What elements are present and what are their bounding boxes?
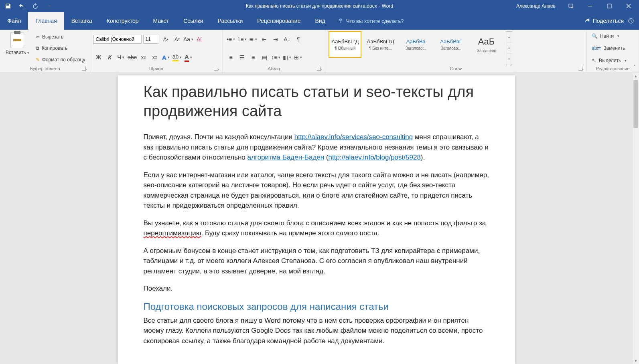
minimize-button[interactable]: [582, 0, 598, 12]
qat-customize-button[interactable]: [45, 2, 53, 10]
align-left-button[interactable]: ≡: [226, 53, 235, 62]
italic-button[interactable]: К: [105, 53, 114, 62]
tab-insert[interactable]: Вставка: [64, 12, 99, 30]
bold-button[interactable]: Ж: [93, 53, 103, 62]
heading-1: Как правильно писать статьи и seo-тексты…: [144, 83, 489, 121]
font-dialog-launcher[interactable]: [214, 67, 218, 71]
justify-button[interactable]: ▤: [260, 53, 269, 62]
grow-font-button[interactable]: A▴: [161, 34, 170, 44]
replace-button[interactable]: ab⇄Заменить: [590, 43, 635, 53]
sort-button[interactable]: A↓: [282, 34, 292, 44]
highlight-button[interactable]: ab: [172, 53, 182, 62]
hyperlink[interactable]: алгоритма Баден-Баден: [247, 154, 324, 161]
copy-icon: ⧉: [36, 45, 39, 51]
document-area: Как правильно писать статьи и seo-тексты…: [0, 73, 633, 364]
svg-rect-2: [607, 4, 611, 8]
clear-formatting-button[interactable]: A⃠: [195, 34, 204, 44]
undo-button[interactable]: [18, 2, 26, 10]
underline-button[interactable]: Ч: [116, 53, 126, 62]
align-right-button[interactable]: ≡: [248, 53, 258, 62]
style-4[interactable]: АаБЗаголовок: [470, 31, 503, 58]
line-spacing-button[interactable]: ↕≡: [271, 53, 280, 62]
font-size-combo[interactable]: [143, 35, 159, 44]
paragraph-dialog-launcher[interactable]: [317, 67, 321, 71]
document-page[interactable]: Как правильно писать статьи и seo-тексты…: [118, 75, 515, 364]
tell-me-search[interactable]: Что вы хотите сделать?: [333, 12, 404, 30]
share-button[interactable]: Поделиться: [584, 18, 624, 24]
borders-button[interactable]: ⊞: [293, 53, 303, 62]
group-editing: 🔍Найти ab⇄Заменить ⭦Выделить Редактирова…: [587, 30, 639, 73]
ribbon-display-options[interactable]: [563, 0, 579, 12]
tab-view[interactable]: Вид: [308, 12, 332, 30]
group-label-editing: Редактирование: [590, 65, 635, 72]
paste-button[interactable]: Вставить: [3, 31, 32, 65]
history-button[interactable]: [628, 18, 634, 24]
scissors-icon: ✂: [36, 34, 40, 40]
decrease-indent-button[interactable]: ⇤: [260, 34, 269, 44]
tab-layout[interactable]: Макет: [146, 12, 176, 30]
ribbon: Вставить ✂Вырезать ⧉Копировать ✎Формат п…: [0, 30, 639, 73]
numbering-button[interactable]: 1≡: [237, 34, 247, 44]
maximize-button[interactable]: [601, 0, 617, 12]
shading-button[interactable]: ◧: [282, 53, 292, 62]
tab-file[interactable]: Файл: [0, 12, 28, 30]
scroll-down-button[interactable]: ▼: [633, 358, 639, 364]
redo-button[interactable]: [31, 2, 39, 10]
svg-rect-1: [588, 6, 592, 6]
tab-home[interactable]: Главная: [28, 12, 64, 30]
title-bar: Как правильно писать статьи для продвиже…: [0, 0, 639, 12]
styles-scroll[interactable]: ▴▾▾: [506, 31, 512, 65]
format-painter-button[interactable]: ✎Формат по образцу: [34, 55, 87, 65]
increase-indent-button[interactable]: ⇥: [271, 34, 280, 44]
style-2[interactable]: АаБбВвЗаголово...: [399, 31, 432, 58]
paste-label: Вставить: [6, 50, 29, 55]
strikethrough-button[interactable]: abc: [127, 53, 137, 62]
tab-references[interactable]: Ссылки: [176, 12, 210, 30]
cut-button[interactable]: ✂Вырезать: [34, 32, 87, 42]
select-button[interactable]: ⭦Выделить: [590, 56, 635, 65]
paragraph: Если у вас интернет-магазин или каталог,…: [144, 170, 489, 211]
align-center-button[interactable]: ☰: [237, 53, 247, 62]
heading-2: Подготовка поисковых запросов для написа…: [144, 301, 489, 312]
subscript-button[interactable]: x2: [138, 53, 148, 62]
group-paragraph: •≡ 1≡ ≣ ⇤ ⇥ A↓ ¶ ≡ ☰ ≡ ▤ ↕≡ ◧ ⊞ Абзац: [223, 30, 325, 73]
search-icon: 🔍: [592, 33, 598, 39]
bullets-button[interactable]: •≡: [226, 34, 235, 44]
styles-dialog-launcher[interactable]: [578, 67, 582, 71]
cursor-icon: ⭦: [592, 58, 596, 63]
text-effects-button[interactable]: A: [161, 53, 170, 62]
group-font: A▴ A▾ Aa A⃠ Ж К Ч abc x2 x2 A ab A Шрифт: [90, 30, 223, 73]
close-button[interactable]: [621, 0, 637, 12]
font-name-combo[interactable]: [93, 35, 142, 44]
scroll-thumb[interactable]: [633, 80, 638, 128]
style-1[interactable]: АаБбВвГгД¶ Без инте...: [364, 31, 397, 58]
collapse-ribbon-button[interactable]: ˄: [633, 65, 636, 70]
font-color-button[interactable]: A: [183, 53, 193, 62]
paragraph: Поехали.: [144, 283, 489, 294]
tab-mailings[interactable]: Рассылки: [211, 12, 250, 30]
superscript-button[interactable]: x2: [150, 53, 159, 62]
style-3[interactable]: АаБбВвГЗаголово...: [434, 31, 467, 58]
save-button[interactable]: [4, 2, 12, 10]
svg-rect-0: [569, 4, 573, 7]
copy-button[interactable]: ⧉Копировать: [34, 43, 87, 53]
tab-design[interactable]: Конструктор: [99, 12, 146, 30]
shrink-font-button[interactable]: A▾: [172, 34, 182, 44]
group-label-font: Шрифт: [93, 65, 219, 72]
tab-review[interactable]: Рецензирование: [250, 12, 308, 30]
find-button[interactable]: 🔍Найти: [590, 31, 635, 41]
multilevel-list-button[interactable]: ≣: [248, 34, 258, 44]
hyperlink[interactable]: http://alaev.info/blog/post/5928: [329, 154, 421, 161]
document-name: Как правильно писать статьи для продвиже…: [246, 3, 377, 9]
change-case-button[interactable]: Aa: [183, 34, 193, 44]
svg-point-4: [340, 20, 341, 20]
vertical-scrollbar[interactable]: ▲ ▼: [633, 73, 639, 364]
user-name[interactable]: Александр Алаев: [512, 3, 560, 9]
clipboard-dialog-launcher[interactable]: [82, 67, 86, 71]
group-clipboard: Вставить ✂Вырезать ⧉Копировать ✎Формат п…: [0, 30, 90, 73]
scroll-up-button[interactable]: ▲: [633, 73, 639, 79]
style-0[interactable]: АаБбВвГгД¶ Обычный: [329, 31, 361, 58]
show-marks-button[interactable]: ¶: [293, 34, 303, 44]
hyperlink[interactable]: http://alaev.info/services/seo-consultin…: [294, 133, 413, 141]
share-label: Поделиться: [593, 18, 624, 24]
